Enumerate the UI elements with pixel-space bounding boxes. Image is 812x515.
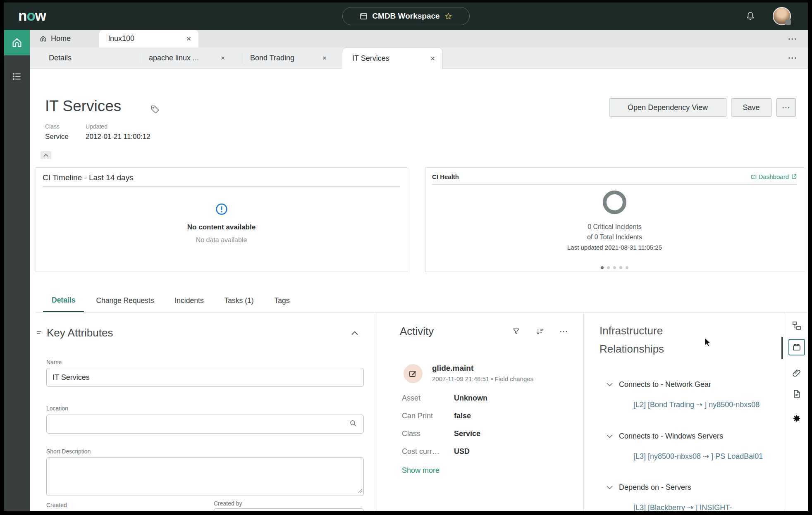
form-section-icon bbox=[36, 330, 42, 336]
workspace-label: CMDB Workspace bbox=[372, 12, 439, 21]
carousel-dot[interactable] bbox=[607, 266, 610, 269]
info-circle-icon bbox=[215, 203, 228, 216]
subtab-divider bbox=[242, 53, 242, 63]
location-label: Location bbox=[46, 405, 68, 412]
location-input[interactable] bbox=[46, 415, 364, 434]
record-subtab-bar: Details apache linux ... × Bond Trading … bbox=[30, 48, 808, 69]
subtab-divider bbox=[140, 53, 140, 63]
key-attributes-title: Key Attributes bbox=[47, 327, 113, 339]
scrollbar-thumb[interactable] bbox=[781, 337, 783, 359]
top-header: now CMDB Workspace bbox=[4, 2, 808, 30]
relationship-link[interactable]: [L2] [Bond Trading ⇢ ] ny8500-nbxs08 bbox=[633, 398, 767, 411]
subtab-overflow-button[interactable]: ⋯ bbox=[788, 48, 797, 68]
incident-donut-chart bbox=[603, 191, 626, 214]
relationship-link[interactable]: [L3] [Blackberry ⇢ ] INSIGHT- bbox=[633, 501, 767, 511]
document-icon[interactable] bbox=[792, 389, 801, 398]
filter-icon[interactable] bbox=[512, 327, 521, 336]
critical-incidents-text: 0 Critical Incidents bbox=[425, 223, 804, 231]
rail-home-button[interactable] bbox=[4, 30, 30, 55]
field-value: false bbox=[454, 412, 471, 420]
save-button[interactable]: Save bbox=[731, 98, 771, 117]
tab-lnux100[interactable]: lnux100 × bbox=[99, 30, 198, 48]
created-by-input[interactable] bbox=[214, 508, 364, 511]
name-input[interactable] bbox=[46, 368, 364, 387]
class-value: Service bbox=[45, 133, 69, 141]
record-title: IT Services bbox=[45, 98, 121, 115]
field-label: Asset bbox=[402, 394, 420, 403]
record-content: IT Services Class Service Updated 2012-0… bbox=[30, 69, 808, 511]
subtab-bond-close-icon[interactable]: × bbox=[322, 48, 327, 69]
external-link-icon bbox=[791, 174, 797, 180]
hierarchy-tree-icon[interactable] bbox=[792, 321, 802, 331]
mouse-cursor bbox=[703, 337, 712, 347]
no-content-message: No content available bbox=[36, 223, 407, 231]
activity-title: Activity bbox=[400, 325, 497, 338]
textarea-resize-handle[interactable] bbox=[358, 489, 363, 493]
field-label: Cost curr… bbox=[402, 447, 439, 456]
avatar-status-badge bbox=[786, 19, 791, 25]
activity-entry-meta: 2007-11-09 21:48:51 • Field changes bbox=[432, 375, 533, 382]
subtab-it-services-close-icon[interactable]: × bbox=[423, 54, 442, 63]
relationship-group-network-gear[interactable]: Connects to - Network Gear bbox=[606, 380, 711, 389]
tab-incidents[interactable]: Incidents bbox=[166, 289, 213, 312]
tab-tasks[interactable]: Tasks (1) bbox=[216, 289, 263, 312]
record-more-button[interactable]: ⋯ bbox=[776, 98, 796, 117]
key-attributes-section: Key Attributes Name Location Short Descr… bbox=[30, 312, 377, 511]
subtab-apache-close-icon[interactable]: × bbox=[221, 48, 225, 69]
app-window: now CMDB Workspace bbox=[4, 2, 808, 511]
user-avatar[interactable] bbox=[773, 7, 791, 25]
updated-value: 2012-01-21 11:00:12 bbox=[86, 133, 150, 141]
home-icon bbox=[11, 36, 23, 49]
header-collapse-button[interactable] bbox=[41, 151, 51, 159]
open-dependency-view-button[interactable]: Open Dependency View bbox=[609, 98, 726, 117]
notifications-bell-icon[interactable] bbox=[742, 8, 759, 24]
tab-tags[interactable]: Tags bbox=[266, 289, 299, 312]
favorite-star-icon[interactable] bbox=[444, 12, 453, 21]
tab-overflow-button[interactable]: ⋯ bbox=[788, 30, 797, 48]
subtab-bond-trading[interactable]: Bond Trading bbox=[250, 48, 294, 69]
subtab-apache-linux[interactable]: apache linux ... bbox=[149, 48, 199, 69]
short-description-textarea[interactable] bbox=[46, 457, 364, 496]
name-label: Name bbox=[46, 359, 62, 365]
home-tab-icon bbox=[39, 35, 47, 43]
activity-more-button[interactable]: ⋯ bbox=[559, 327, 568, 336]
relationship-group-depends-servers[interactable]: Depends on - Servers bbox=[606, 483, 691, 492]
field-value: Service bbox=[454, 429, 480, 438]
tab-details[interactable]: Details bbox=[43, 289, 84, 312]
updated-label: Updated bbox=[86, 123, 107, 130]
created-label: Created bbox=[46, 502, 67, 508]
sort-icon[interactable] bbox=[535, 327, 545, 336]
bug-icon[interactable] bbox=[792, 413, 801, 423]
ci-timeline-panel: CI Timeline - Last 14 days No content av… bbox=[36, 167, 407, 272]
workspace-window-icon bbox=[359, 12, 368, 21]
last-updated-text: Last updated 2021-08-31 11:05:25 bbox=[425, 244, 804, 251]
infrastructure-title: Infrastructure Relationships bbox=[599, 322, 664, 358]
section-collapse-chevron-icon[interactable] bbox=[351, 331, 358, 336]
show-more-link[interactable]: Show more bbox=[402, 466, 439, 475]
carousel-dot[interactable] bbox=[626, 266, 628, 269]
side-tool-strip bbox=[785, 312, 808, 511]
workspace-switcher-button[interactable]: CMDB Workspace bbox=[342, 7, 470, 25]
carousel-dot[interactable] bbox=[613, 266, 616, 269]
subtab-it-services[interactable]: IT Services × bbox=[342, 48, 443, 69]
rail-menu-button[interactable] bbox=[4, 66, 30, 87]
relationship-group-windows-servers[interactable]: Connects to - Windows Servers bbox=[606, 432, 723, 441]
now-logo: now bbox=[18, 7, 46, 24]
tab-home[interactable]: Home bbox=[39, 30, 71, 48]
subtab-details[interactable]: Details bbox=[49, 48, 72, 69]
field-label: Can Print bbox=[402, 412, 433, 420]
created-by-label: Created by bbox=[214, 500, 242, 507]
relationship-link[interactable]: [L3] [ny8500-nbxs08 ⇢ ] PS LoadBal01 bbox=[633, 450, 767, 463]
workspace-card-icon[interactable] bbox=[788, 339, 805, 355]
carousel-dot[interactable] bbox=[619, 266, 622, 269]
tab-close-icon[interactable]: × bbox=[179, 34, 198, 43]
search-icon[interactable] bbox=[349, 419, 357, 427]
carousel-dot[interactable] bbox=[601, 266, 604, 269]
list-menu-icon bbox=[12, 71, 22, 82]
ci-dashboard-link[interactable]: CI Dashboard bbox=[750, 173, 797, 180]
tab-change-requests[interactable]: Change Requests bbox=[87, 289, 162, 312]
tag-icon[interactable] bbox=[150, 104, 160, 114]
ci-health-panel: CI Health CI Dashboard 0 Critical Incide… bbox=[425, 167, 804, 272]
paperclip-icon[interactable] bbox=[792, 368, 802, 378]
home-tab-label: Home bbox=[51, 34, 71, 43]
